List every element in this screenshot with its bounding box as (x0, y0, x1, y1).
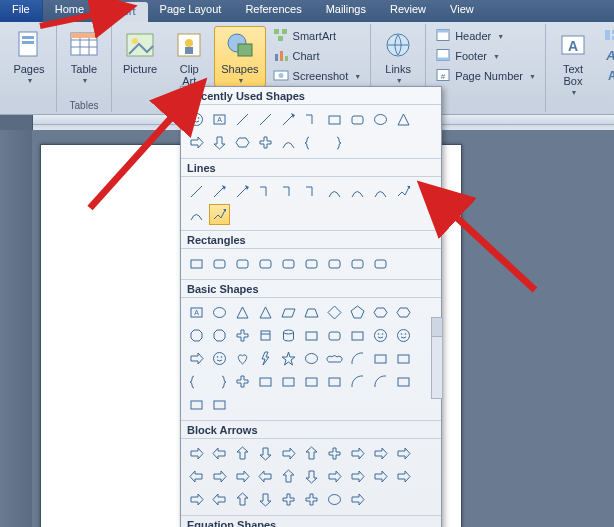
shape-triangle[interactable] (232, 302, 253, 323)
shape-cloud[interactable] (324, 348, 345, 369)
shape-left[interactable] (209, 443, 230, 464)
shape-down-arrow[interactable] (209, 132, 230, 153)
shape-right[interactable] (186, 443, 207, 464)
shape-arc[interactable] (347, 348, 368, 369)
shape-ellipse[interactable] (209, 302, 230, 323)
shape-blockarc2[interactable] (186, 394, 207, 415)
shape-curve-double[interactable] (370, 181, 391, 202)
dropdown-scrollbar[interactable] (431, 317, 443, 399)
shape-arrow[interactable] (278, 109, 299, 130)
wordart-button[interactable]: A WordArt ▼ (598, 46, 614, 66)
shape-round1[interactable] (301, 253, 322, 274)
shape-callout-l[interactable] (209, 489, 230, 510)
shape-quad[interactable] (324, 443, 345, 464)
shape-plus[interactable] (255, 132, 276, 153)
shape-curvedown[interactable] (301, 466, 322, 487)
quickparts-button[interactable]: Quick Parts ▼ (598, 26, 614, 46)
shape-callout-lr[interactable] (278, 489, 299, 510)
shape-hex[interactable] (232, 132, 253, 153)
shape-lshape[interactable] (301, 371, 322, 392)
footer-button[interactable]: Footer ▼ (430, 46, 541, 66)
shape-teardrop[interactable] (370, 371, 391, 392)
shape-curveup[interactable] (278, 466, 299, 487)
shape-ellipse[interactable] (370, 109, 391, 130)
tab-mailings[interactable]: Mailings (314, 0, 378, 22)
tab-page-layout[interactable]: Page Layout (148, 0, 234, 22)
shape-plus[interactable] (232, 325, 253, 346)
chart-button[interactable]: Chart (268, 46, 367, 66)
textbox-button[interactable]: A Text Box ▼ (550, 26, 596, 99)
shape-callout-u[interactable] (232, 489, 253, 510)
shape-elbow-double[interactable] (301, 181, 322, 202)
shape-hexagon[interactable] (370, 302, 391, 323)
shape-blockarc[interactable] (186, 348, 207, 369)
shape-bevel[interactable] (324, 325, 345, 346)
shape-scribble-2[interactable] (209, 204, 230, 225)
shape-round2diag[interactable] (347, 253, 368, 274)
shape-scribble[interactable] (186, 204, 207, 225)
shape-cylinder[interactable] (278, 325, 299, 346)
shape-line-double[interactable] (232, 181, 253, 202)
shape-brace-r[interactable] (324, 132, 345, 153)
shape-rt-triangle[interactable] (255, 302, 276, 323)
shape-striped[interactable] (324, 466, 345, 487)
pages-button[interactable]: Pages ▼ (6, 26, 52, 87)
shape-rect[interactable] (324, 109, 345, 130)
shape-plaque[interactable] (232, 371, 253, 392)
shape-leftright[interactable] (278, 443, 299, 464)
shape-notched[interactable] (347, 466, 368, 487)
smartart-button[interactable]: SmartArt (268, 26, 367, 46)
shape-callout-quad[interactable] (301, 489, 322, 510)
tab-home[interactable]: Home (43, 0, 96, 22)
shape-up[interactable] (232, 443, 253, 464)
shape-chevron[interactable] (393, 466, 414, 487)
shape-corner[interactable] (209, 394, 230, 415)
shape-parallelogram[interactable] (278, 302, 299, 323)
shape-freeform[interactable] (393, 181, 414, 202)
shape-pentagon[interactable] (347, 302, 368, 323)
shape-heptagon[interactable] (393, 302, 414, 323)
shape-curveleft[interactable] (255, 466, 276, 487)
shape-line[interactable] (232, 109, 253, 130)
shape-bent[interactable] (370, 443, 391, 464)
shape-line[interactable] (186, 181, 207, 202)
shape-folded[interactable] (347, 325, 368, 346)
shape-triangle[interactable] (393, 109, 414, 130)
header-button[interactable]: Header ▼ (430, 26, 541, 46)
shape-roundrect[interactable] (209, 253, 230, 274)
shape-right-arrow[interactable] (186, 132, 207, 153)
shape-textbox[interactable]: A (209, 109, 230, 130)
shape-roundall[interactable] (370, 253, 391, 274)
shape-halfframe[interactable] (278, 371, 299, 392)
page-number-button[interactable]: # Page Number ▼ (430, 66, 541, 86)
dropcap-button[interactable]: A Drop Cap ▼ (598, 66, 614, 86)
shape-roundrect[interactable] (347, 109, 368, 130)
screenshot-button[interactable]: Screenshot ▼ (268, 66, 367, 86)
shape-circular[interactable] (324, 489, 345, 510)
shape-leftrightup[interactable] (347, 443, 368, 464)
shape-sun[interactable] (278, 348, 299, 369)
shape-line-2[interactable] (255, 109, 276, 130)
tab-references[interactable]: References (233, 0, 313, 22)
shape-bentup[interactable] (209, 466, 230, 487)
shapes-button[interactable]: Shapes ▼ (214, 26, 265, 87)
shape-nosmoking[interactable] (393, 325, 414, 346)
shape-snip2[interactable] (255, 253, 276, 274)
shape-trapezoid[interactable] (301, 302, 322, 323)
shape-cube[interactable] (301, 325, 322, 346)
shape-curve[interactable] (324, 181, 345, 202)
shape-can[interactable] (255, 325, 276, 346)
picture-button[interactable]: Picture (116, 26, 164, 78)
shape-smiley[interactable] (186, 109, 207, 130)
shape-updown[interactable] (301, 443, 322, 464)
shape-lightning[interactable] (255, 348, 276, 369)
shape-diagstripe[interactable] (324, 371, 345, 392)
shape-brace-l[interactable] (301, 132, 322, 153)
clipart-button[interactable]: Clip Art (166, 26, 212, 90)
shape-pie[interactable] (393, 371, 414, 392)
shape-brace-l[interactable] (186, 371, 207, 392)
shape-round2same[interactable] (324, 253, 345, 274)
shape-elbow[interactable] (255, 181, 276, 202)
shape-diamond[interactable] (324, 302, 345, 323)
shape-textbox[interactable]: A (186, 302, 207, 323)
